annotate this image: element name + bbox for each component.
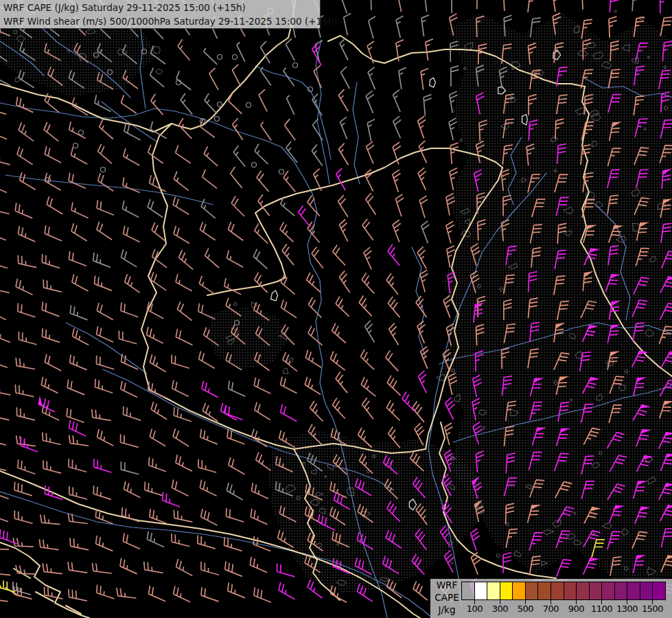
cape-colorbar-cell: [487, 582, 500, 599]
tick-label: 300: [487, 604, 513, 614]
cape-colorbar-cell: [538, 582, 551, 599]
cape-colorbar: [461, 582, 666, 600]
tick-label: 1500: [640, 604, 665, 614]
cape-colorbar-tick: [500, 599, 500, 604]
cape-colorbar-cell: [627, 582, 640, 599]
map-title-overlay: WRF CAPE (J/kg) Saturday 29-11-2025 15:0…: [0, 0, 321, 29]
title-line-cape: WRF CAPE (J/kg) Saturday 29-11-2025 15:0…: [3, 1, 320, 14]
tick-label: 1100: [589, 604, 614, 614]
cape-colorbar-tick: [627, 599, 627, 604]
cape-legend: WRF CAPE J/kg 100 300 500 700 900 1100 1…: [430, 579, 672, 618]
weather-map-canvas: [0, 0, 672, 618]
tick-label: 1300: [614, 604, 640, 614]
legend-label-block: WRF CAPE J/kg: [432, 579, 461, 616]
cape-colorbar-cell: [640, 582, 653, 599]
cape-colorbar-cell: [615, 582, 628, 599]
wrf-weather-map-viewer: WRF CAPE (J/kg) Saturday 29-11-2025 15:0…: [0, 0, 672, 618]
cape-colorbar-tick: [601, 599, 602, 604]
cape-colorbar-cell: [475, 582, 488, 599]
title-line-shear: WRF Wind shear (m/s) 500/1000hPa Saturda…: [3, 14, 320, 28]
cape-colorbar-tick: [551, 599, 551, 604]
legend-label-cape: CAPE: [432, 591, 461, 604]
cape-colorbar-cell: [551, 582, 564, 599]
cape-colorbar-cell: [526, 582, 539, 599]
tick-label: 500: [513, 604, 538, 614]
cape-colorbar-tick: [576, 599, 577, 604]
cape-colorbar-tick: [474, 599, 475, 604]
cape-colorbar-cell: [564, 582, 577, 599]
cape-colorbar-tick-labels: 100 300 500 700 900 1100 1300 1500: [462, 604, 665, 614]
cape-colorbar-cell: [653, 582, 665, 599]
cape-colorbar-cell: [590, 582, 603, 599]
cape-colorbar-cell: [513, 582, 526, 599]
cape-colorbar-tick: [525, 599, 526, 604]
cape-colorbar-cell: [602, 582, 615, 599]
legend-label-wrf: WRF: [432, 579, 461, 591]
cape-colorbar-cell: [500, 582, 513, 599]
legend-label-unit: J/kg: [432, 604, 461, 616]
tick-label: 100: [462, 604, 487, 614]
cape-colorbar-cell: [462, 582, 475, 599]
cape-colorbar-cell: [577, 582, 590, 599]
cape-colorbar-tick: [652, 599, 653, 604]
tick-label: 900: [564, 604, 589, 614]
tick-label: 700: [538, 604, 564, 614]
